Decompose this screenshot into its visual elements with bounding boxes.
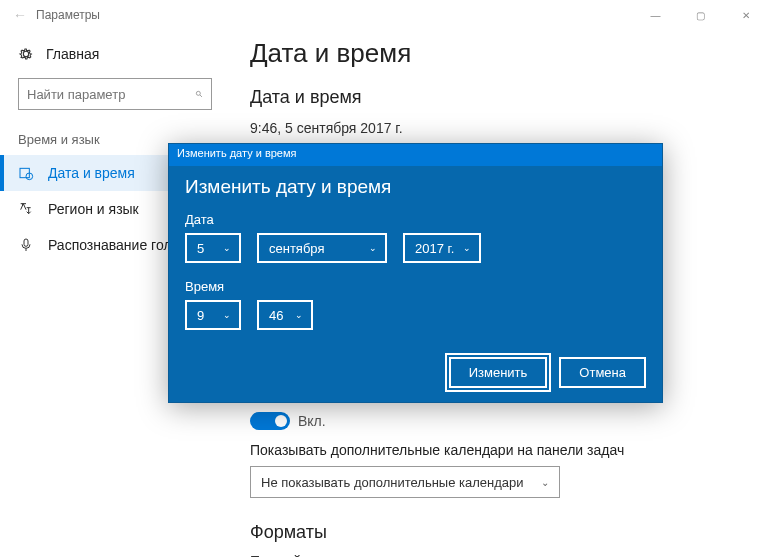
sidebar-item-label: Регион и язык: [48, 201, 139, 217]
toggle-switch[interactable]: [250, 412, 290, 430]
chevron-down-icon: ⌄: [295, 310, 303, 320]
first-day-label: Первый день недели:: [250, 553, 390, 557]
search-input[interactable]: [27, 87, 195, 102]
search-box[interactable]: [18, 78, 212, 110]
select-value: Не показывать дополнительные календари: [261, 475, 524, 490]
window-titlebar: ← Параметры — ▢ ✕: [0, 0, 768, 30]
section-heading: Дата и время: [250, 87, 748, 108]
dialog-heading: Изменить дату и время: [185, 176, 646, 198]
time-minute-combo[interactable]: 46⌄: [257, 300, 313, 330]
date-year-combo[interactable]: 2017 г.⌄: [403, 233, 481, 263]
sidebar-item-label: Дата и время: [48, 165, 135, 181]
date-row: 5⌄ сентября⌄ 2017 г.⌄: [185, 233, 646, 263]
back-icon[interactable]: ←: [10, 7, 30, 23]
extra-calendars-select[interactable]: Не показывать дополнительные календари ⌄: [250, 466, 560, 498]
chevron-down-icon: ⌄: [463, 243, 471, 253]
svg-point-0: [196, 91, 200, 95]
gear-icon: [18, 46, 34, 62]
window-buttons: — ▢ ✕: [633, 0, 768, 30]
home-label: Главная: [46, 46, 99, 62]
chevron-down-icon: ⌄: [223, 310, 231, 320]
dialog-footer: Изменить Отмена: [449, 357, 646, 388]
time-row: 9⌄ 46⌄: [185, 300, 646, 330]
language-icon: [18, 201, 34, 217]
first-day-value: понедельник: [410, 553, 493, 557]
current-datetime: 9:46, 5 сентября 2017 г.: [250, 120, 748, 136]
chevron-down-icon: ⌄: [541, 477, 549, 488]
maximize-button[interactable]: ▢: [678, 0, 723, 30]
minimize-button[interactable]: —: [633, 0, 678, 30]
chevron-down-icon: ⌄: [223, 243, 231, 253]
time-hour-combo[interactable]: 9⌄: [185, 300, 241, 330]
page-title: Дата и время: [250, 38, 748, 69]
dialog-titlebar: Изменить дату и время: [169, 144, 662, 166]
date-day-combo[interactable]: 5⌄: [185, 233, 241, 263]
time-label: Время: [185, 279, 646, 294]
calendar-clock-icon: [18, 165, 34, 181]
svg-rect-4: [24, 239, 28, 246]
toggle-label: Вкл.: [298, 413, 326, 429]
microphone-icon: [18, 237, 34, 253]
svg-line-1: [200, 95, 202, 97]
chevron-down-icon: ⌄: [369, 243, 377, 253]
change-datetime-dialog: Изменить дату и время Изменить дату и вр…: [168, 143, 663, 403]
window-title: Параметры: [36, 8, 100, 22]
first-day-row: Первый день недели: понедельник: [250, 553, 748, 557]
change-button[interactable]: Изменить: [449, 357, 548, 388]
toggle-row: Вкл.: [250, 412, 748, 430]
date-month-combo[interactable]: сентября⌄: [257, 233, 387, 263]
search-icon: [195, 87, 203, 101]
extra-calendars-label: Показывать дополнительные календари на п…: [250, 442, 748, 458]
formats-heading: Форматы: [250, 522, 748, 543]
cancel-button[interactable]: Отмена: [559, 357, 646, 388]
date-label: Дата: [185, 212, 646, 227]
home-link[interactable]: Главная: [0, 40, 230, 72]
close-button[interactable]: ✕: [723, 0, 768, 30]
